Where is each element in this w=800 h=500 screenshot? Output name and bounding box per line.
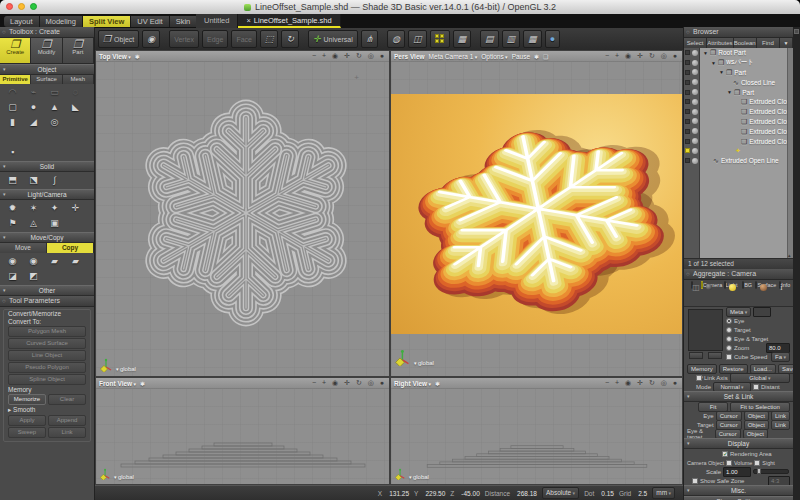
pers-view-menu[interactable]: Pers View [394, 53, 425, 60]
visibility-icon[interactable] [692, 118, 698, 124]
eye-target-radio[interactable] [726, 336, 732, 342]
sight-checkbox[interactable] [754, 460, 760, 466]
display-texture-button[interactable] [523, 30, 542, 48]
convert-polygon-mesh-button[interactable]: Polygon Mesh [8, 326, 86, 337]
mirror-button[interactable] [408, 30, 427, 48]
solid-intersect-icon[interactable]: ∫ [44, 173, 65, 188]
aggregate-tab-surface[interactable]: Surface [755, 282, 776, 306]
camera-tool-button[interactable] [142, 30, 160, 48]
browser-tab-find[interactable]: Find [757, 38, 780, 48]
toolbox-tab-create[interactable]: Create [0, 38, 31, 63]
convert-line-object-button[interactable]: Line Object [8, 350, 86, 361]
tree-item-label[interactable]: wsパート [726, 58, 754, 67]
subtab-surface[interactable]: Surface [31, 75, 62, 84]
sphere-tool-icon[interactable]: ● [23, 100, 44, 115]
render-flag-icon[interactable] [685, 99, 690, 104]
pause-button[interactable]: Pause [512, 53, 530, 60]
render-flag-icon[interactable] [685, 129, 690, 134]
cube-speed-checkbox[interactable] [726, 354, 732, 360]
browser-header[interactable]: Browser [684, 27, 793, 38]
tree-row[interactable]: ▼Root Part [684, 48, 793, 58]
viewport-zoom-controls[interactable]: − + ◉ ✛ ↻ ◎ ● [312, 52, 386, 60]
render-flag-icon[interactable] [685, 90, 690, 95]
display-wireframe-button[interactable] [480, 30, 499, 48]
right-view-menu[interactable]: Right View [394, 380, 431, 387]
top-view-canvas[interactable]: + global [96, 61, 389, 376]
world-coordinates-button[interactable] [387, 30, 405, 48]
area-light-icon[interactable]: ✛ [65, 201, 86, 216]
doc-tab-active[interactable]: ×LineOffset_Sample.shd [238, 14, 340, 28]
render-flag-icon[interactable] [685, 70, 690, 75]
unit-dropdown[interactable]: mm [652, 487, 675, 499]
disclosure-icon[interactable]: ▼ [711, 60, 716, 66]
tree-row[interactable]: Extruded Closed [684, 107, 793, 117]
display-flat-button[interactable] [502, 30, 521, 48]
tree-row[interactable]: Extruded Open Line [684, 156, 793, 166]
object-section-bar[interactable]: Object [0, 64, 94, 75]
browser-tab-select[interactable]: Select [684, 38, 707, 48]
visibility-icon[interactable] [692, 79, 698, 85]
distant-light-icon[interactable]: ✦ [44, 201, 65, 216]
tree-row[interactable]: Extruded Closed [684, 117, 793, 127]
eye-target-object-button[interactable]: Object [743, 429, 768, 439]
other-section-bar[interactable]: Other [0, 285, 94, 296]
set-link-section-bar[interactable]: Set & Link [684, 391, 793, 402]
object-browser-tree[interactable]: ▼Root Part ▼wsパート ▼Part Closed Line ▼Par… [684, 48, 793, 258]
tree-row[interactable]: Closed Line [684, 77, 793, 87]
directional-light-icon[interactable]: ◬ [23, 216, 44, 231]
zoom-radio[interactable] [726, 345, 732, 351]
skeleton-button[interactable] [361, 30, 379, 48]
comment-icon[interactable]: ❑ [543, 53, 548, 60]
rendering-area-checkbox[interactable] [722, 451, 728, 457]
scale-field[interactable]: 1.00 [723, 467, 751, 477]
disclosure-icon[interactable]: ▼ [703, 50, 708, 56]
visibility-icon[interactable] [692, 69, 698, 75]
camera-object-icon[interactable]: ▣ [44, 216, 65, 231]
show-safe-zone-checkbox[interactable] [692, 478, 698, 484]
primitive-tool-icon[interactable]: ◠ [2, 85, 23, 100]
viewport-zoom-controls[interactable]: − + ◉ ✛ ↻ ◎ ● [312, 379, 386, 387]
tree-item-label[interactable]: Part [742, 89, 754, 96]
display-shaded-button[interactable] [545, 30, 560, 48]
move-copy-section-bar[interactable]: Move/Copy [0, 232, 94, 243]
browser-tab-boolean[interactable]: Boolean [734, 38, 757, 48]
eye-radio[interactable] [726, 318, 732, 324]
vertex-mode-button[interactable]: Vertex [169, 30, 199, 48]
aggregate-tab-info[interactable]: Info [776, 282, 793, 306]
volume-checkbox[interactable] [726, 460, 732, 466]
toolbox-tab-modify[interactable]: Modify [31, 38, 62, 63]
solid-section-bar[interactable]: Solid [0, 161, 94, 172]
safe-zone-field[interactable]: 4:3 [768, 476, 790, 486]
rotate-select-button[interactable] [281, 30, 299, 48]
viewport-top[interactable]: Top View ✱ − + ◉ ✛ ↻ ◎ ● + global [95, 50, 390, 377]
right-view-canvas[interactable]: global [391, 388, 682, 484]
viewport-right[interactable]: Right View ✱ − + ◉ ✛ ↻ ◎ ● global [390, 377, 683, 485]
tab-layout[interactable]: Layout [4, 16, 40, 27]
tool-parameters-header[interactable]: Tool Parameters [0, 296, 94, 307]
tree-row[interactable] [684, 146, 793, 156]
render-flag-icon[interactable] [685, 50, 690, 55]
visibility-icon[interactable] [692, 138, 698, 144]
clear-button[interactable]: Clear [48, 394, 86, 405]
tree-row[interactable]: ▼Part [684, 87, 793, 97]
top-view-menu[interactable]: Top View [99, 53, 131, 60]
coordinate-space-selector[interactable]: global [114, 474, 134, 480]
visibility-icon[interactable] [692, 128, 698, 134]
visibility-icon[interactable] [692, 89, 698, 95]
solid-subtract-icon[interactable]: ⬔ [23, 173, 44, 188]
convert-spline-object-button[interactable]: Spline Object [8, 374, 86, 385]
tab-split-view[interactable]: Split View [83, 16, 131, 27]
rounded-box-tool-icon[interactable]: ▢ [2, 100, 23, 115]
aggregate-tab-bg[interactable]: BG [739, 282, 756, 306]
tab-uv-edit[interactable]: UV Edit [131, 16, 169, 27]
filter-button[interactable]: ▼ [780, 38, 793, 48]
link-axis-checkbox[interactable] [696, 375, 702, 381]
grid-snap-button[interactable] [430, 30, 450, 48]
memorize-button[interactable]: Memorize [8, 394, 46, 405]
visibility-icon[interactable] [692, 99, 698, 105]
disclosure-icon[interactable]: ▼ [727, 89, 732, 95]
move-button[interactable]: Move [0, 243, 47, 253]
tree-row[interactable]: Extruded Closed [684, 136, 793, 146]
cube-tool-icon[interactable]: ▪ [2, 145, 23, 160]
copy-button[interactable]: Copy [47, 243, 94, 253]
